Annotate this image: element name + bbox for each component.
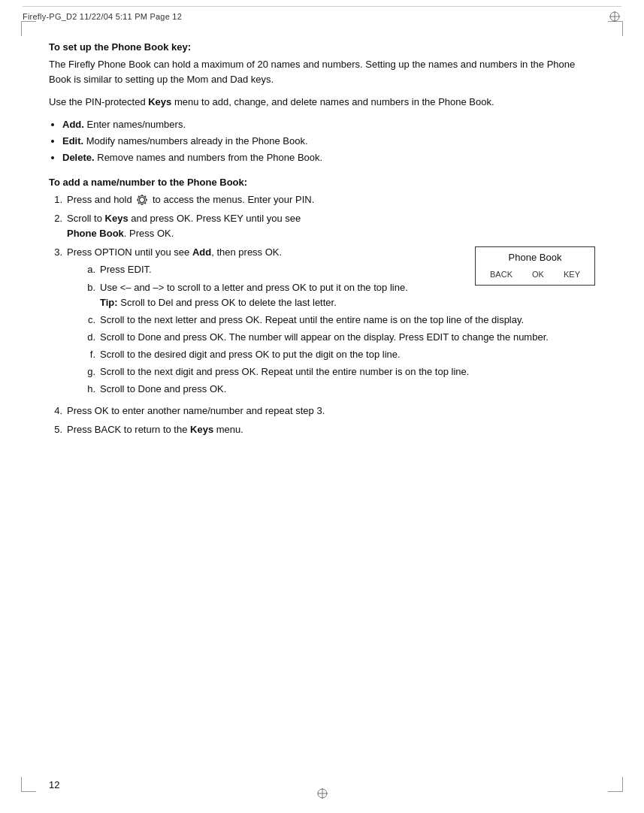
corner-mark-br [608,777,623,792]
step-3: 3. Phone Book BACK OK KEY Press OPTION u… [49,245,595,399]
bullet-delete: Delete. Remove names and numbers from th… [62,150,595,166]
numbered-steps: 1. Press and hold [49,192,595,437]
substep-b: b. Use <– and –> to scroll to a letter a… [82,280,461,310]
substep-c: c. Scroll to the next letter and press O… [82,313,595,328]
phonebook-ok-btn: OK [532,268,544,281]
bottom-crosshair [316,787,329,802]
gear-icon [136,194,148,206]
section1-para1: The Firefly Phone Book can hold a maximu… [49,57,595,87]
step-1: 1. Press and hold [49,192,595,207]
svg-point-3 [140,198,145,203]
bullet-list: Add. Enter names/numbers. Edit. Modify n… [62,117,595,165]
corner-mark-tl [21,21,36,36]
corner-mark-bl [21,777,36,792]
section2-heading: To add a name/number to the Phone Book: [49,177,595,188]
step-5: 5. Press BACK to return to the Keys menu… [49,422,595,437]
page: Firefly-PG_D2 11/22/04 5:11 PM Page 12 T… [0,0,644,813]
step-4: 4. Press OK to enter another name/number… [49,403,595,419]
corner-mark-tr [608,21,623,36]
page-number: 12 [49,779,59,790]
phonebook-title: Phone Book [476,247,594,267]
tip-text: Tip: Scroll to Del and press OK to delet… [100,297,337,308]
main-content: To set up the Phone Book key: The Firefl… [49,41,595,768]
svg-line-11 [145,196,147,198]
header-crosshair [608,10,621,23]
phonebook-widget: Phone Book BACK OK KEY [475,246,595,286]
svg-line-10 [145,203,147,204]
substep-g: g. Scroll to the next digit and press OK… [82,364,595,379]
header-text: Firefly-PG_D2 11/22/04 5:11 PM Page 12 [23,12,608,21]
phonebook-buttons: BACK OK KEY [476,267,594,285]
substep-f: f. Scroll to the desired digit and press… [82,347,595,362]
substep-d: d. Scroll to Done and press OK. The numb… [82,330,595,345]
svg-line-9 [138,196,140,198]
bullet-add: Add. Enter names/numbers. [62,117,595,133]
bullet-edit: Edit. Modify names/numbers already in th… [62,134,595,150]
phonebook-back-btn: BACK [490,268,512,281]
substep-a: a. Press EDIT. [82,262,461,277]
section1-heading: To set up the Phone Book key: [49,41,595,53]
section1-para2: Use the PIN-protected Keys menu to add, … [49,95,595,110]
step-2: 2. Scroll to Keys and press OK. Press KE… [49,211,595,241]
phonebook-key-btn: KEY [564,268,580,281]
header-bar: Firefly-PG_D2 11/22/04 5:11 PM Page 12 [23,6,621,23]
svg-line-12 [138,203,140,204]
substep-h: h. Scroll to Done and press OK. [82,382,595,397]
keys-bold: Keys [148,96,171,107]
